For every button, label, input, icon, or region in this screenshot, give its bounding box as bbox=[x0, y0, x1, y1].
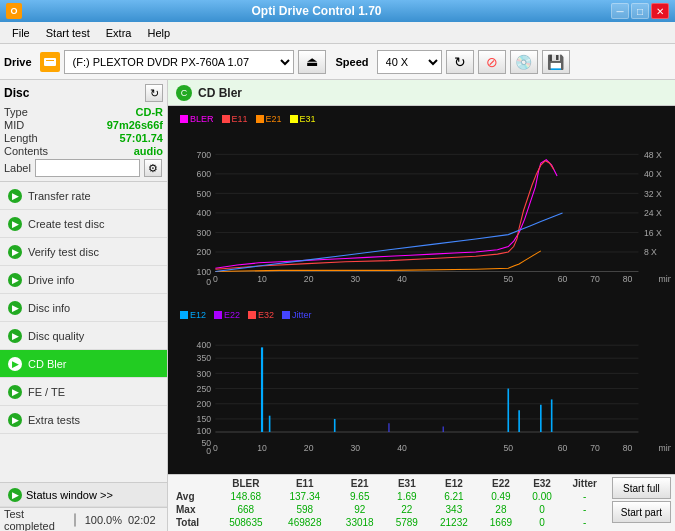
drive-info-icon: ▶ bbox=[8, 273, 22, 287]
row-max-label: Max bbox=[172, 503, 216, 516]
col-bler: BLER bbox=[216, 477, 275, 490]
chart1-legend: BLER E11 E21 E31 bbox=[172, 112, 671, 126]
row-max-e31: 22 bbox=[385, 503, 428, 516]
disc-length-label: Length bbox=[4, 132, 38, 144]
svg-text:30: 30 bbox=[351, 443, 361, 453]
svg-text:600: 600 bbox=[197, 169, 212, 179]
disc-button[interactable]: 💿 bbox=[510, 50, 538, 74]
svg-text:100: 100 bbox=[197, 426, 212, 436]
disc-quality-icon: ▶ bbox=[8, 329, 22, 343]
row-total-e11: 469828 bbox=[275, 516, 334, 529]
row-max-e11: 598 bbox=[275, 503, 334, 516]
sidebar-item-cd-bler[interactable]: ▶ CD Bler bbox=[0, 350, 167, 378]
menu-start-test[interactable]: Start test bbox=[38, 22, 98, 43]
menu-bar: File Start test Extra Help bbox=[0, 22, 675, 44]
sidebar-item-create-test-disc[interactable]: ▶ Create test disc bbox=[0, 210, 167, 238]
svg-text:20: 20 bbox=[304, 274, 314, 284]
drive-select[interactable]: (F:) PLEXTOR DVDR PX-760A 1.07 bbox=[64, 50, 294, 74]
refresh-button[interactable]: ↻ bbox=[446, 50, 474, 74]
row-avg-bler: 148.68 bbox=[216, 490, 275, 503]
content-icon: C bbox=[176, 85, 192, 101]
title-bar: O Opti Drive Control 1.70 ─ □ ✕ bbox=[0, 0, 675, 22]
disc-label-input[interactable] bbox=[35, 159, 140, 177]
menu-extra[interactable]: Extra bbox=[98, 22, 140, 43]
row-max-bler: 668 bbox=[216, 503, 275, 516]
sidebar-item-label: Extra tests bbox=[28, 414, 80, 426]
svg-text:70: 70 bbox=[590, 443, 600, 453]
svg-text:10: 10 bbox=[257, 443, 267, 453]
chart2-legend: E12 E22 E32 Jitter bbox=[172, 308, 671, 322]
content-area: C CD Bler BLER E11 bbox=[168, 80, 675, 531]
sidebar-item-disc-quality[interactable]: ▶ Disc quality bbox=[0, 322, 167, 350]
maximize-button[interactable]: □ bbox=[631, 3, 649, 19]
row-avg-label: Avg bbox=[172, 490, 216, 503]
status-bar: Test completed 100.0% 02:02 bbox=[0, 507, 167, 531]
disc-refresh-button[interactable]: ↻ bbox=[145, 84, 163, 102]
e21-label: E21 bbox=[266, 114, 282, 124]
table-buttons: Start full Start part bbox=[612, 477, 671, 523]
close-button[interactable]: ✕ bbox=[651, 3, 669, 19]
svg-text:min: min bbox=[659, 443, 671, 453]
eraser-button[interactable]: ⊘ bbox=[478, 50, 506, 74]
start-part-button[interactable]: Start part bbox=[612, 501, 671, 523]
save-button[interactable]: 💾 bbox=[542, 50, 570, 74]
row-avg-jitter: - bbox=[562, 490, 608, 503]
svg-text:400: 400 bbox=[197, 208, 212, 218]
legend-e32: E32 bbox=[248, 310, 274, 320]
eject-button[interactable]: ⏏ bbox=[298, 50, 326, 74]
nav-items: ▶ Transfer rate ▶ Create test disc ▶ Ver… bbox=[0, 182, 167, 482]
svg-text:min: min bbox=[659, 274, 671, 284]
start-full-button[interactable]: Start full bbox=[612, 477, 671, 499]
chart1-container: BLER E11 E21 E31 bbox=[172, 112, 671, 304]
status-window-icon: ▶ bbox=[8, 488, 22, 502]
svg-text:80: 80 bbox=[623, 274, 633, 284]
svg-text:200: 200 bbox=[197, 399, 212, 409]
row-avg-e32: 0.00 bbox=[522, 490, 561, 503]
sidebar-item-verify-test-disc[interactable]: ▶ Verify test disc bbox=[0, 238, 167, 266]
menu-file[interactable]: File bbox=[4, 22, 38, 43]
e22-label: E22 bbox=[224, 310, 240, 320]
row-total-e22: 1669 bbox=[479, 516, 522, 529]
row-total-e21: 33018 bbox=[334, 516, 385, 529]
svg-text:30: 30 bbox=[351, 274, 361, 284]
progress-time: 02:02 bbox=[128, 514, 163, 526]
col-e32: E32 bbox=[522, 477, 561, 490]
col-e11: E11 bbox=[275, 477, 334, 490]
col-empty bbox=[172, 477, 216, 490]
svg-text:300: 300 bbox=[197, 228, 212, 238]
svg-text:10: 10 bbox=[257, 274, 267, 284]
row-total-bler: 508635 bbox=[216, 516, 275, 529]
table-row-avg: Avg 148.68 137.34 9.65 1.69 6.21 0.49 0.… bbox=[172, 490, 608, 503]
legend-bler: BLER bbox=[180, 114, 214, 124]
col-e12: E12 bbox=[428, 477, 479, 490]
sidebar-item-transfer-rate[interactable]: ▶ Transfer rate bbox=[0, 182, 167, 210]
jitter-dot bbox=[282, 311, 290, 319]
svg-text:500: 500 bbox=[197, 189, 212, 199]
svg-text:8 X: 8 X bbox=[644, 247, 657, 257]
sidebar-item-fe-te[interactable]: ▶ FE / TE bbox=[0, 378, 167, 406]
row-avg-e12: 6.21 bbox=[428, 490, 479, 503]
status-window-button[interactable]: ▶ Status window >> bbox=[0, 483, 167, 507]
sidebar-item-drive-info[interactable]: ▶ Drive info bbox=[0, 266, 167, 294]
sidebar: Disc ↻ Type CD-R MID 97m26s66f Length 57… bbox=[0, 80, 168, 531]
sidebar-item-label: FE / TE bbox=[28, 386, 65, 398]
e31-dot bbox=[290, 115, 298, 123]
bler-label: BLER bbox=[190, 114, 214, 124]
disc-contents-value: audio bbox=[134, 145, 163, 157]
status-text: Test completed bbox=[4, 508, 68, 532]
legend-e22: E22 bbox=[214, 310, 240, 320]
jitter-label: Jitter bbox=[292, 310, 312, 320]
content-title: CD Bler bbox=[198, 86, 242, 100]
progress-bar-container bbox=[74, 513, 76, 527]
disc-label-settings[interactable]: ⚙ bbox=[144, 159, 162, 177]
e11-label: E11 bbox=[232, 114, 248, 124]
menu-help[interactable]: Help bbox=[139, 22, 178, 43]
app-icon: O bbox=[6, 3, 22, 19]
speed-select[interactable]: 8 X16 X24 X32 X40 XMax bbox=[377, 50, 442, 74]
e11-dot bbox=[222, 115, 230, 123]
minimize-button[interactable]: ─ bbox=[611, 3, 629, 19]
svg-text:50: 50 bbox=[503, 443, 513, 453]
disc-label-label: Label bbox=[4, 162, 31, 174]
sidebar-item-disc-info[interactable]: ▶ Disc info bbox=[0, 294, 167, 322]
sidebar-item-extra-tests[interactable]: ▶ Extra tests bbox=[0, 406, 167, 434]
